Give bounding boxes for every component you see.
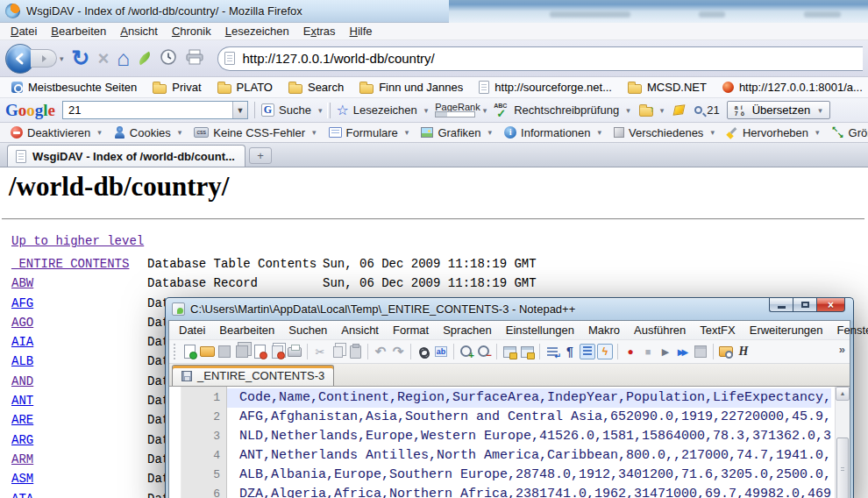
notepad-plus-window[interactable]: C:\Users\Martin\AppData\Local\Temp\_ENTI… bbox=[165, 297, 854, 498]
entry-link[interactable]: ARM bbox=[11, 452, 147, 466]
editor-line-text[interactable]: ALB,Albania,Europe,Southern Europe,28748… bbox=[227, 466, 831, 485]
save-all-icon[interactable] bbox=[234, 344, 250, 359]
entry-link[interactable]: ASM bbox=[11, 472, 147, 486]
npp-menu-item-textfx[interactable]: TextFX bbox=[693, 322, 742, 338]
entry-link[interactable]: AFG bbox=[11, 296, 147, 310]
dropdown-caret-icon[interactable]: ▾ bbox=[488, 128, 493, 137]
maximize-button[interactable] bbox=[793, 298, 816, 312]
scrollbar-thumb[interactable] bbox=[836, 438, 849, 498]
up-to-higher-level-link[interactable]: Up to higher level bbox=[11, 234, 144, 248]
greasemonkey-icon[interactable] bbox=[137, 52, 153, 65]
menu-item-extras[interactable]: Extras bbox=[296, 23, 343, 39]
bookmark-item[interactable]: Privat bbox=[145, 77, 209, 97]
dropdown-caret-icon[interactable]: ▾ bbox=[815, 128, 820, 137]
webdev-item-resize[interactable]: Größe▾ bbox=[826, 126, 868, 139]
notepad-titlebar[interactable]: C:\Users\Martin\AppData\Local\Temp\_ENTI… bbox=[166, 298, 853, 320]
npp-menu-item-bearbeiten[interactable]: Bearbeiten bbox=[212, 322, 281, 338]
npp-menu-item-ausfhren[interactable]: Ausführen bbox=[627, 322, 693, 338]
entry-link[interactable]: ABW bbox=[11, 276, 147, 290]
bookmark-item[interactable]: Finn und Jannes bbox=[352, 77, 471, 97]
spellcheck-button[interactable]: Rechtschreibprüfung▾ bbox=[494, 103, 630, 117]
entry-link[interactable]: AIA bbox=[11, 335, 147, 349]
pagerank-widget[interactable]: PageRank bbox=[435, 103, 480, 117]
npp-menu-item-makro[interactable]: Makro bbox=[581, 322, 627, 338]
save-pos-icon[interactable] bbox=[519, 344, 535, 359]
function-list-icon[interactable] bbox=[597, 344, 613, 359]
pagerank-dropdown-icon[interactable]: ▾ bbox=[483, 106, 487, 115]
search-query[interactable]: 21 bbox=[63, 103, 232, 117]
print-icon[interactable] bbox=[287, 344, 302, 359]
zoom-in-icon[interactable] bbox=[459, 344, 474, 359]
entry-link[interactable]: ANT bbox=[11, 394, 147, 408]
save-icon[interactable] bbox=[217, 344, 232, 359]
translate-button[interactable]: aí7ö Übersetzen▾ bbox=[727, 101, 830, 119]
restore-pos-icon[interactable] bbox=[502, 344, 517, 359]
editor-line-text[interactable]: DZA,Algeria,Africa,Northern Africa,23817… bbox=[227, 485, 831, 498]
stop-button[interactable]: × bbox=[97, 49, 109, 68]
undo-icon[interactable] bbox=[373, 344, 388, 359]
menu-item-chronik[interactable]: Chronik bbox=[165, 23, 218, 39]
bookmark-item[interactable]: MCSD.NET bbox=[620, 77, 715, 97]
tab-wsgidav[interactable]: WsgiDAV - Index of /world-db/count... bbox=[7, 145, 245, 167]
npp-menu-item-fenster[interactable]: Fenster bbox=[830, 322, 868, 338]
record-macro-icon[interactable] bbox=[623, 344, 638, 359]
entry-link[interactable]: ALB bbox=[11, 354, 147, 368]
save-macro-icon[interactable] bbox=[693, 344, 708, 359]
find-icon[interactable] bbox=[416, 344, 431, 359]
document-tab[interactable]: _ENTIRE_CONTENTS-3 bbox=[172, 365, 334, 386]
url-bar[interactable]: http://127.0.0.1/world-db/country/ bbox=[217, 46, 863, 71]
editor-line-text[interactable]: ANT,Netherlands Antilles,North America,C… bbox=[227, 446, 831, 466]
editor-line[interactable]: AFG,Afghanistan,Asia,Southern and Centra… bbox=[227, 408, 850, 427]
bookmark-item[interactable]: Search bbox=[281, 77, 352, 97]
google-search-button[interactable]: G Suche▾ bbox=[261, 103, 322, 117]
npp-menu-item-datei[interactable]: Datei bbox=[172, 322, 212, 338]
new-tab-button[interactable]: + bbox=[249, 147, 272, 164]
zoom-out-icon[interactable] bbox=[476, 344, 492, 359]
entry-link[interactable]: AND bbox=[11, 374, 147, 388]
open-file-icon[interactable] bbox=[199, 344, 215, 359]
dropdown-caret-icon[interactable]: ▾ bbox=[710, 128, 715, 137]
redo-icon[interactable] bbox=[390, 344, 406, 359]
editor-line-text[interactable]: NLD,Netherlands,Europe,Western Europe,41… bbox=[227, 427, 831, 446]
show-symbols-icon[interactable] bbox=[562, 344, 578, 359]
entry-link[interactable]: ARG bbox=[11, 433, 147, 447]
dropdown-caret-icon[interactable]: ▾ bbox=[312, 128, 317, 137]
find-count[interactable]: 21 bbox=[694, 103, 719, 117]
close-all-icon[interactable] bbox=[269, 344, 285, 359]
run-macro-icon[interactable] bbox=[675, 344, 691, 359]
history-dropdown-icon[interactable]: ▾ bbox=[60, 54, 64, 63]
npp-menu-item-ansicht[interactable]: Ansicht bbox=[334, 322, 386, 338]
copy-icon[interactable] bbox=[330, 344, 345, 359]
replace-icon[interactable] bbox=[433, 344, 449, 359]
bookmark-item[interactable]: PLATO bbox=[210, 77, 281, 97]
webdev-item-highlight[interactable]: Hervorheben▾ bbox=[721, 126, 826, 139]
close-button[interactable]: × bbox=[816, 298, 845, 312]
play-macro-icon[interactable] bbox=[658, 344, 673, 359]
npp-menu-item-format[interactable]: Format bbox=[386, 322, 436, 338]
webdev-item-cookies[interactable]: Cookies▾ bbox=[108, 126, 189, 139]
menu-item-bearbeiten[interactable]: Bearbeiten bbox=[44, 23, 113, 39]
close-doc-icon[interactable] bbox=[252, 344, 267, 359]
search-dropdown-icon[interactable]: ▼ bbox=[232, 102, 247, 118]
vertical-scrollbar[interactable]: ▲ bbox=[835, 387, 850, 498]
editor-line[interactable]: DZA,Algeria,Africa,Northern Africa,23817… bbox=[227, 485, 850, 498]
scroll-up-button[interactable]: ▲ bbox=[836, 387, 850, 401]
editor-line[interactable]: ALB,Albania,Europe,Southern Europe,28748… bbox=[227, 466, 850, 485]
editor-line-text[interactable]: Code,Name,Continent,Region,SurfaceArea,I… bbox=[227, 388, 831, 408]
npp-menu-item-sprachen[interactable]: Sprachen bbox=[436, 322, 499, 338]
toolbar-overflow-icon[interactable]: » bbox=[839, 343, 845, 356]
menu-item-ansicht[interactable]: Ansicht bbox=[113, 23, 165, 39]
bookmark-item[interactable]: Meistbesuchte Seiten bbox=[4, 77, 145, 97]
dropdown-caret-icon[interactable]: ▾ bbox=[97, 128, 102, 137]
send-to-button[interactable]: ▾ bbox=[639, 104, 665, 117]
text-area[interactable]: Code,Name,Continent,Region,SurfaceArea,I… bbox=[227, 387, 850, 498]
dropdown-caret-icon[interactable]: ▾ bbox=[598, 128, 602, 137]
paste-icon[interactable] bbox=[347, 344, 363, 359]
entry-link[interactable]: ARE bbox=[11, 413, 147, 427]
google-search-box[interactable]: 21 ▼ bbox=[62, 101, 248, 119]
word-wrap-icon[interactable] bbox=[544, 344, 560, 359]
line-numbers-icon[interactable] bbox=[580, 344, 595, 359]
url-text[interactable]: http://127.0.0.1/world-db/country/ bbox=[242, 51, 434, 66]
hand-icon[interactable] bbox=[736, 344, 751, 359]
reload-button[interactable]: ↻ bbox=[72, 47, 90, 69]
